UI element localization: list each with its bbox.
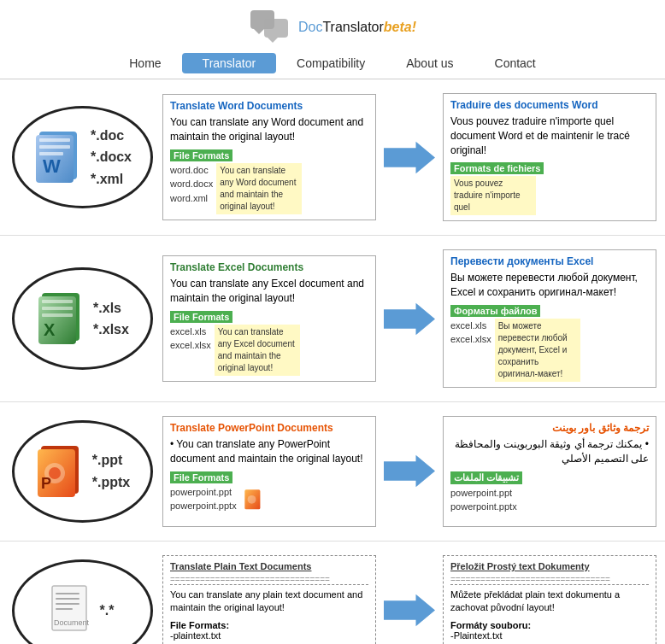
txt-info-body: You can translate any plain text documen… [170,588,368,615]
logo-beta: beta! [384,20,416,34]
logo-translator: Translator [322,20,383,34]
ppt-translated-body: • يمكنك ترجمة أي وثيقة البوربوينت والمحا… [450,437,649,466]
excel-info-title: Translate Excel Documents [170,261,368,273]
word-row: W *.doc *.docx *.xml Translate Word Docu… [0,79,665,236]
excel-translated-body: Вы можете перевести любой документ, Exce… [450,271,649,300]
excel-formats-note: You can translate any Excel document and… [215,325,300,376]
txt-info-title: Translate Plain Text Documents [170,561,368,571]
nav-translator[interactable]: Translator [182,53,277,73]
svg-marker-32 [384,594,435,627]
ppt-info-card: Translate PowerPoint Documents • You can… [162,416,376,527]
txt-extensions: *.* [100,600,115,622]
txt-row: Document *.* Translate Plain Text Docume… [0,542,665,644]
svg-text:Document: Document [54,618,90,627]
ppt-formats-row: powerpoint.ppt powerpoint.pptx [170,485,368,513]
svg-rect-14 [42,307,73,310]
txt-translated-body: Můžete překládat plain text dokumentu a … [450,588,649,615]
txt-oval: Document *.* [12,559,153,644]
header: DocTranslatorbeta! Home Translator Compa… [0,0,665,79]
word-arrow [380,134,439,181]
excel-info-body: You can translate any Excel document and… [170,277,368,306]
ppt-translated-formats-list: powerpoint.ppt powerpoint.pptx [450,486,649,514]
ppt-icon-area: P *.ppt *.pptx [5,420,159,523]
main-content: W *.doc *.docx *.xml Translate Word Docu… [0,79,665,644]
ppt-info-body: • You can translate any PowerPoint docum… [170,437,368,466]
txt-formats-label: File Formats: [170,620,368,630]
word-info-card: Translate Word Documents You can transla… [162,94,376,220]
arrow-icon [384,134,435,181]
svg-text:W: W [43,155,61,177]
excel-icon-area: X *.xls *.xlsx [5,267,159,370]
word-translated-body: Vous pouvez traduire n'importe quel docu… [450,114,649,157]
ppt-doc-icon: P [34,442,85,501]
txt-info-card: Translate Plain Text Documents =========… [162,555,376,644]
svg-text:X: X [44,320,56,339]
ppt-formats-label: File Formats [170,471,232,483]
svg-marker-25 [384,455,435,488]
txt-translated-card: Přeložit Prostý text Dokumenty =========… [443,555,656,644]
svg-rect-13 [42,300,73,303]
svg-rect-27 [56,593,79,594]
excel-translated-card: Перевести документы Excel Вы можете пере… [443,249,656,388]
arrow-icon [384,448,435,495]
ppt-translated-title: ترجمة وثائق باور بوينت [450,422,649,434]
excel-doc-icon: X [35,290,86,348]
svg-rect-7 [39,145,70,149]
excel-formats-table: excel.xls excel.xlsx You can translate a… [170,325,368,376]
excel-translated-formats-label: Форматы файлов [450,305,540,317]
svg-point-24 [247,495,256,504]
word-translated-formats-label: Formats de fichiers [450,162,544,174]
arrow-icon [384,296,435,342]
svg-rect-6 [39,138,70,142]
txt-translated-formats-list: -Plaintext.txt [450,630,649,641]
word-translated-formats-table: Vous pouvez traduire n'importe quel [450,176,649,215]
ppt-info-title: Translate PowerPoint Documents [170,422,368,434]
word-formats-table: word.doc word.docx word.xml You can tran… [170,163,368,214]
svg-marker-1 [254,29,264,34]
excel-translated-formats-list: excel.xls excel.xlsx [450,319,491,382]
ppt-formats-list: powerpoint.ppt powerpoint.pptx [170,485,237,513]
nav-home[interactable]: Home [109,53,181,73]
excel-translated-formats-note: Вы можете перевести любой документ, Exce… [495,319,580,382]
word-extensions: *.doc *.docx *.xml [91,125,132,190]
svg-rect-30 [56,608,73,610]
svg-marker-17 [384,302,435,335]
excel-row: X *.xls *.xlsx Translate Excel Documents… [0,236,665,402]
word-doc-icon: W [32,128,84,186]
svg-rect-2 [264,19,288,38]
arrow-icon [384,587,435,634]
nav-compatibility[interactable]: Compatibility [276,53,385,73]
svg-marker-3 [268,38,278,43]
word-icon-area: W *.doc *.docx *.xml [5,106,159,208]
txt-arrow [380,587,439,634]
ppt-translated-formats-row: تشبيقات الملفات [450,471,649,486]
ppt-small-icon [242,487,266,511]
word-translated-card: Traduire des documents Word Vous pouvez … [443,93,656,221]
svg-rect-15 [42,313,73,317]
word-formats-label: File Formats [170,149,232,161]
ppt-arrow [380,448,439,495]
chat-icon [249,9,291,46]
excel-info-card: Translate Excel Documents You can transl… [162,255,376,382]
nav-contact[interactable]: Contact [474,53,556,73]
excel-formats-list: excel.xls excel.xlsx [170,325,211,376]
word-formats-list: word.doc word.docx word.xml [170,163,213,214]
ppt-oval: P *.ppt *.pptx [12,420,153,523]
ppt-translated-card: ترجمة وثائق باور بوينت • يمكنك ترجمة أي … [443,416,656,527]
svg-rect-29 [56,603,79,605]
excel-arrow [380,296,439,342]
svg-rect-28 [56,598,79,600]
excel-extensions: *.xls *.xlsx [93,297,129,341]
svg-text:P: P [41,475,51,492]
word-translated-formats-note: Vous pouvez traduire n'importe quel [450,176,536,215]
logo-row: DocTranslatorbeta! [249,9,416,46]
word-info-body: You can translate any Word document and … [170,115,368,144]
excel-formats-label: File Formats [170,311,232,323]
txt-translated-title: Přeložit Prostý text Dokumenty [450,561,649,571]
txt-doc-icon: Document [50,584,93,637]
ppt-translated-formats-label: تشبيقات الملفات [450,471,522,484]
txt-formats-list: -plaintext.txt [170,630,368,641]
nav-about[interactable]: About us [385,53,474,73]
logo-text: DocTranslatorbeta! [298,20,416,35]
excel-translated-formats-table: excel.xls excel.xlsx Вы можете перевести… [450,319,649,382]
